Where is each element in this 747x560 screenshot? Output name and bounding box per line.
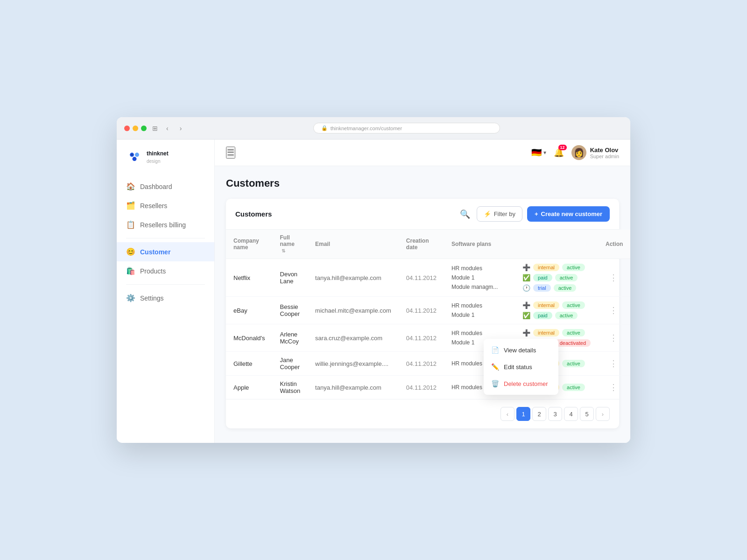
minimize-button[interactable] — [133, 126, 138, 131]
cell-date: 04.11.2012 — [399, 376, 444, 399]
customer-icon: 😊 — [126, 247, 135, 256]
cell-company: eBay — [226, 297, 273, 324]
menu-button[interactable]: ☰ — [226, 147, 235, 159]
sidebar-item-products[interactable]: 🛍️ Products — [117, 261, 214, 280]
settings-icon: ⚙️ — [126, 294, 135, 302]
pagination-prev[interactable]: ‹ — [500, 407, 514, 421]
cell-fullname: Arlene McCoy — [273, 324, 308, 352]
sidebar-item-dashboard[interactable]: 🏠 Dashboard — [117, 177, 214, 196]
cell-plans: HR modulesModule 1 — [444, 297, 515, 324]
sidebar-item-label: Products — [140, 267, 166, 275]
logo: thinknet design — [117, 149, 214, 177]
cell-date: 04.11.2012 — [399, 324, 444, 352]
edit-icon: ✏️ — [491, 363, 499, 371]
home-icon: 🏠 — [126, 182, 135, 191]
pagination-page-3[interactable]: 3 — [548, 407, 562, 421]
table-row: eBay Bessie Cooper michael.mitc@example.… — [226, 297, 630, 324]
sidebar-item-settings[interactable]: ⚙️ Settings — [117, 288, 214, 308]
pagination: ‹ 1 2 3 4 5 › — [226, 399, 619, 428]
cell-fullname: Kristin Watson — [273, 376, 308, 399]
col-email: Email — [308, 230, 399, 259]
context-delete-customer[interactable]: 🗑️ Delete customer — [484, 375, 558, 392]
row-action-button[interactable]: ⋮ — [606, 380, 621, 394]
context-edit-status[interactable]: ✏️ Edit status — [484, 358, 558, 375]
logo-icon — [126, 149, 143, 166]
main-content: ☰ 🇩🇪 ▾ 🔔 12 👩 Kate Olov Super a — [215, 140, 630, 443]
app-layout: thinknet design 🏠 Dashboard 🗂️ Resellers… — [117, 140, 630, 443]
cell-date: 04.11.2012 — [399, 297, 444, 324]
cell-company: Netflix — [226, 259, 273, 297]
filter-label: Filter by — [494, 210, 515, 217]
trash-icon: 🗑️ — [491, 380, 499, 387]
sidebar-item-resellers[interactable]: 🗂️ Resellers — [117, 196, 214, 215]
table-row: Apple Kristin Watson tanya.hill@example.… — [226, 376, 630, 399]
cell-badges: ➕ internal active ✅ paid active 🕐 trial … — [515, 259, 598, 297]
sidebar: thinknet design 🏠 Dashboard 🗂️ Resellers… — [117, 140, 215, 443]
pagination-page-4[interactable]: 4 — [564, 407, 578, 421]
sidebar-item-customer[interactable]: 😊 Customer — [117, 242, 214, 261]
close-button[interactable] — [124, 126, 130, 131]
create-label: Create new customer — [541, 210, 603, 217]
table-header: Customers 🔍 ⚡ Filter by + Create new cus… — [226, 199, 619, 230]
row-action-button[interactable]: ⋮ — [606, 331, 621, 345]
svg-point-2 — [133, 157, 137, 161]
search-button[interactable]: 🔍 — [458, 207, 472, 221]
customers-table: Company name Full name ⇅ Email Creation … — [226, 230, 630, 399]
top-bar-right: 🇩🇪 ▾ 🔔 12 👩 Kate Olov Super admin — [531, 145, 619, 160]
row-action-button[interactable]: ⋮ — [606, 303, 621, 317]
nav-divider-2 — [126, 284, 205, 285]
user-name: Kate Olov — [590, 147, 619, 154]
pagination-page-2[interactable]: 2 — [532, 407, 546, 421]
user-role: Super admin — [590, 154, 619, 159]
context-view-details[interactable]: 📄 View details — [484, 342, 558, 358]
table-title: Customers — [235, 210, 272, 218]
cell-email: sara.cruz@example.com — [308, 324, 399, 352]
notification-button[interactable]: 🔔 12 — [554, 147, 564, 158]
cell-date: 04.11.2012 — [399, 352, 444, 376]
pagination-page-1[interactable]: 1 — [516, 407, 530, 421]
filter-button[interactable]: ⚡ Filter by — [477, 206, 522, 222]
cell-email: michael.mitc@example.com — [308, 297, 399, 324]
sidebar-item-label: Resellers — [140, 202, 167, 210]
user-details: Kate Olov Super admin — [590, 147, 619, 159]
browser-chrome: ⊞ ‹ › 🔒 thinknetmanager.com/customer — [117, 117, 630, 140]
sidebar-item-label: Settings — [140, 294, 164, 302]
language-selector[interactable]: 🇩🇪 ▾ — [531, 147, 546, 158]
lock-icon: 🔒 — [321, 125, 328, 131]
address-bar[interactable]: 🔒 thinknetmanager.com/customer — [313, 123, 500, 133]
forward-button[interactable]: › — [177, 124, 185, 133]
cell-company: McDonald's — [226, 324, 273, 352]
cell-fullname: Devon Lane — [273, 259, 308, 297]
sidebar-item-resellers-billing[interactable]: 📋 Resellers billing — [117, 215, 214, 234]
cell-fullname: Jane Cooper — [273, 352, 308, 376]
cell-plans: HR modulesModule 1Module managm... — [444, 259, 515, 297]
filter-icon: ⚡ — [484, 210, 491, 217]
row-action-button[interactable]: ⋮ — [606, 271, 621, 285]
products-icon: 🛍️ — [126, 266, 135, 275]
maximize-button[interactable] — [141, 126, 147, 131]
col-date: Creation date — [399, 230, 444, 259]
back-button[interactable]: ‹ — [163, 124, 171, 133]
table-actions: 🔍 ⚡ Filter by + Create new customer — [458, 206, 610, 222]
col-fullname[interactable]: Full name ⇅ — [273, 230, 308, 259]
col-company: Company name — [226, 230, 273, 259]
cell-action: ⋮ — [598, 324, 630, 352]
cell-action: ⋮ — [598, 297, 630, 324]
browser-window: ⊞ ‹ › 🔒 thinknetmanager.com/customer thi… — [117, 117, 630, 443]
cell-badges: ➕ internal active ✅ paid active — [515, 297, 598, 324]
cell-action: ⋮ — [598, 352, 630, 376]
row-action-button[interactable]: ⋮ — [606, 357, 621, 371]
cell-fullname: Bessie Cooper — [273, 297, 308, 324]
cell-email: tanya.hill@example.com — [308, 376, 399, 399]
pagination-next[interactable]: › — [596, 407, 610, 421]
logo-text: thinknet design — [147, 150, 169, 164]
context-delete-label: Delete customer — [504, 380, 548, 387]
cell-company: Apple — [226, 376, 273, 399]
avatar: 👩 — [571, 145, 586, 160]
sidebar-toggle-button[interactable]: ⊞ — [152, 125, 158, 132]
col-action: Action — [598, 230, 630, 259]
pagination-page-5[interactable]: 5 — [580, 407, 594, 421]
svg-point-1 — [135, 153, 139, 157]
create-customer-button[interactable]: + Create new customer — [527, 206, 610, 222]
cell-action: ⋮ — [598, 259, 630, 297]
